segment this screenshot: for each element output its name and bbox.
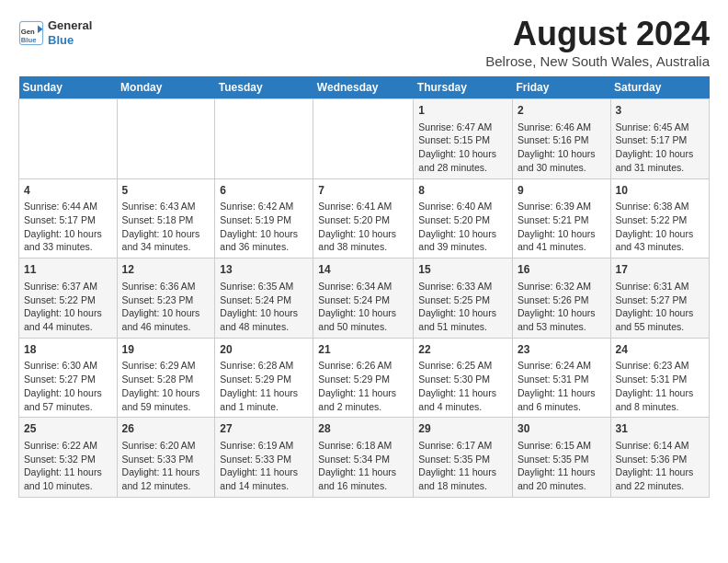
- day-number: 16: [518, 262, 606, 278]
- day-number: 18: [24, 342, 112, 358]
- day-number: 27: [220, 421, 308, 437]
- calendar-cell: 28Sunrise: 6:18 AM Sunset: 5:34 PM Dayli…: [313, 418, 414, 498]
- calendar-week-row: 1Sunrise: 6:47 AM Sunset: 5:15 PM Daylig…: [19, 99, 710, 179]
- calendar-week-row: 4Sunrise: 6:44 AM Sunset: 5:17 PM Daylig…: [19, 178, 710, 259]
- calendar-cell: 11Sunrise: 6:37 AM Sunset: 5:22 PM Dayli…: [19, 259, 118, 339]
- calendar-cell: 1Sunrise: 6:47 AM Sunset: 5:15 PM Daylig…: [414, 99, 513, 179]
- day-number: 14: [318, 262, 408, 278]
- calendar-cell: 21Sunrise: 6:26 AM Sunset: 5:29 PM Dayli…: [313, 338, 414, 418]
- day-number: 24: [616, 342, 704, 358]
- calendar-cell: [117, 99, 215, 179]
- calendar-week-row: 11Sunrise: 6:37 AM Sunset: 5:22 PM Dayli…: [19, 259, 710, 339]
- svg-text:Blue: Blue: [21, 35, 37, 43]
- calendar-cell: 4Sunrise: 6:44 AM Sunset: 5:17 PM Daylig…: [19, 178, 118, 259]
- day-number: 22: [418, 342, 507, 358]
- calendar-cell: 27Sunrise: 6:19 AM Sunset: 5:33 PM Dayli…: [215, 418, 313, 498]
- calendar-cell: 26Sunrise: 6:20 AM Sunset: 5:33 PM Dayli…: [117, 418, 215, 498]
- day-info: Sunrise: 6:22 AM Sunset: 5:32 PM Dayligh…: [24, 439, 112, 493]
- day-info: Sunrise: 6:36 AM Sunset: 5:23 PM Dayligh…: [122, 280, 210, 334]
- day-number: 15: [418, 262, 507, 278]
- page-title: August 2024: [485, 15, 710, 53]
- day-info: Sunrise: 6:47 AM Sunset: 5:15 PM Dayligh…: [418, 121, 507, 175]
- column-header-saturday: Saturday: [610, 76, 709, 99]
- day-info: Sunrise: 6:28 AM Sunset: 5:29 PM Dayligh…: [220, 359, 308, 413]
- day-info: Sunrise: 6:25 AM Sunset: 5:30 PM Dayligh…: [418, 359, 507, 413]
- calendar-cell: 12Sunrise: 6:36 AM Sunset: 5:23 PM Dayli…: [117, 259, 215, 339]
- calendar-cell: 15Sunrise: 6:33 AM Sunset: 5:25 PM Dayli…: [414, 259, 513, 339]
- day-info: Sunrise: 6:32 AM Sunset: 5:26 PM Dayligh…: [518, 280, 606, 334]
- day-number: 17: [616, 262, 704, 278]
- day-info: Sunrise: 6:46 AM Sunset: 5:16 PM Dayligh…: [518, 121, 606, 175]
- day-info: Sunrise: 6:44 AM Sunset: 5:17 PM Dayligh…: [24, 200, 112, 254]
- day-info: Sunrise: 6:40 AM Sunset: 5:20 PM Dayligh…: [418, 200, 507, 254]
- calendar-cell: 17Sunrise: 6:31 AM Sunset: 5:27 PM Dayli…: [610, 259, 709, 339]
- day-info: Sunrise: 6:35 AM Sunset: 5:24 PM Dayligh…: [220, 280, 308, 334]
- svg-text:Gen: Gen: [21, 28, 35, 36]
- day-number: 1: [418, 103, 507, 119]
- day-info: Sunrise: 6:43 AM Sunset: 5:18 PM Dayligh…: [122, 200, 210, 254]
- calendar-header-row: SundayMondayTuesdayWednesdayThursdayFrid…: [19, 76, 710, 99]
- calendar-cell: 16Sunrise: 6:32 AM Sunset: 5:26 PM Dayli…: [512, 259, 610, 339]
- logo-blue: Blue: [48, 33, 92, 48]
- calendar-cell: 8Sunrise: 6:40 AM Sunset: 5:20 PM Daylig…: [414, 178, 513, 259]
- day-number: 23: [518, 342, 606, 358]
- day-number: 29: [418, 421, 507, 437]
- day-info: Sunrise: 6:26 AM Sunset: 5:29 PM Dayligh…: [318, 359, 408, 413]
- column-header-tuesday: Tuesday: [215, 76, 313, 99]
- calendar-cell: 22Sunrise: 6:25 AM Sunset: 5:30 PM Dayli…: [414, 338, 513, 418]
- day-info: Sunrise: 6:42 AM Sunset: 5:19 PM Dayligh…: [220, 200, 308, 254]
- column-header-wednesday: Wednesday: [313, 76, 414, 99]
- calendar-cell: 31Sunrise: 6:14 AM Sunset: 5:36 PM Dayli…: [610, 418, 709, 498]
- day-info: Sunrise: 6:18 AM Sunset: 5:34 PM Dayligh…: [318, 439, 408, 493]
- day-info: Sunrise: 6:30 AM Sunset: 5:27 PM Dayligh…: [24, 359, 112, 413]
- calendar-cell: 29Sunrise: 6:17 AM Sunset: 5:35 PM Dayli…: [414, 418, 513, 498]
- page-header: Gen Blue General Blue August 2024 Belros…: [18, 15, 710, 69]
- calendar-cell: 6Sunrise: 6:42 AM Sunset: 5:19 PM Daylig…: [215, 178, 313, 259]
- day-number: 5: [122, 183, 210, 199]
- day-info: Sunrise: 6:34 AM Sunset: 5:24 PM Dayligh…: [318, 280, 408, 334]
- calendar-cell: 18Sunrise: 6:30 AM Sunset: 5:27 PM Dayli…: [19, 338, 118, 418]
- day-number: 8: [418, 183, 507, 199]
- calendar-cell: 5Sunrise: 6:43 AM Sunset: 5:18 PM Daylig…: [117, 178, 215, 259]
- calendar-cell: 19Sunrise: 6:29 AM Sunset: 5:28 PM Dayli…: [117, 338, 215, 418]
- calendar-cell: 14Sunrise: 6:34 AM Sunset: 5:24 PM Dayli…: [313, 259, 414, 339]
- day-info: Sunrise: 6:24 AM Sunset: 5:31 PM Dayligh…: [518, 359, 606, 413]
- calendar-cell: 24Sunrise: 6:23 AM Sunset: 5:31 PM Dayli…: [610, 338, 709, 418]
- calendar-cell: 3Sunrise: 6:45 AM Sunset: 5:17 PM Daylig…: [610, 99, 709, 179]
- calendar-cell: 13Sunrise: 6:35 AM Sunset: 5:24 PM Dayli…: [215, 259, 313, 339]
- calendar-week-row: 18Sunrise: 6:30 AM Sunset: 5:27 PM Dayli…: [19, 338, 710, 418]
- day-number: 19: [122, 342, 210, 358]
- calendar-cell: [19, 99, 118, 179]
- column-header-friday: Friday: [512, 76, 610, 99]
- calendar-cell: 10Sunrise: 6:38 AM Sunset: 5:22 PM Dayli…: [610, 178, 709, 259]
- day-number: 12: [122, 262, 210, 278]
- calendar-cell: 30Sunrise: 6:15 AM Sunset: 5:35 PM Dayli…: [512, 418, 610, 498]
- day-number: 25: [24, 421, 112, 437]
- calendar-cell: 9Sunrise: 6:39 AM Sunset: 5:21 PM Daylig…: [512, 178, 610, 259]
- day-number: 26: [122, 421, 210, 437]
- day-info: Sunrise: 6:33 AM Sunset: 5:25 PM Dayligh…: [418, 280, 507, 334]
- day-info: Sunrise: 6:19 AM Sunset: 5:33 PM Dayligh…: [220, 439, 308, 493]
- day-info: Sunrise: 6:41 AM Sunset: 5:20 PM Dayligh…: [318, 200, 408, 254]
- day-number: 10: [616, 183, 704, 199]
- day-number: 9: [518, 183, 606, 199]
- column-header-sunday: Sunday: [19, 76, 118, 99]
- column-header-monday: Monday: [117, 76, 215, 99]
- day-number: 3: [616, 103, 704, 119]
- logo-icon: Gen Blue: [18, 20, 44, 46]
- page-subtitle: Belrose, New South Wales, Australia: [485, 53, 710, 69]
- day-info: Sunrise: 6:38 AM Sunset: 5:22 PM Dayligh…: [616, 200, 704, 254]
- day-info: Sunrise: 6:14 AM Sunset: 5:36 PM Dayligh…: [616, 439, 704, 493]
- day-number: 21: [318, 342, 408, 358]
- day-number: 13: [220, 262, 308, 278]
- calendar-cell: [215, 99, 313, 179]
- day-info: Sunrise: 6:23 AM Sunset: 5:31 PM Dayligh…: [616, 359, 704, 413]
- calendar-cell: 23Sunrise: 6:24 AM Sunset: 5:31 PM Dayli…: [512, 338, 610, 418]
- day-info: Sunrise: 6:20 AM Sunset: 5:33 PM Dayligh…: [122, 439, 210, 493]
- logo: Gen Blue General Blue: [18, 18, 92, 47]
- title-block: August 2024 Belrose, New South Wales, Au…: [485, 15, 710, 69]
- column-header-thursday: Thursday: [414, 76, 513, 99]
- day-number: 6: [220, 183, 308, 199]
- logo-text: General Blue: [48, 18, 92, 47]
- day-info: Sunrise: 6:15 AM Sunset: 5:35 PM Dayligh…: [518, 439, 606, 493]
